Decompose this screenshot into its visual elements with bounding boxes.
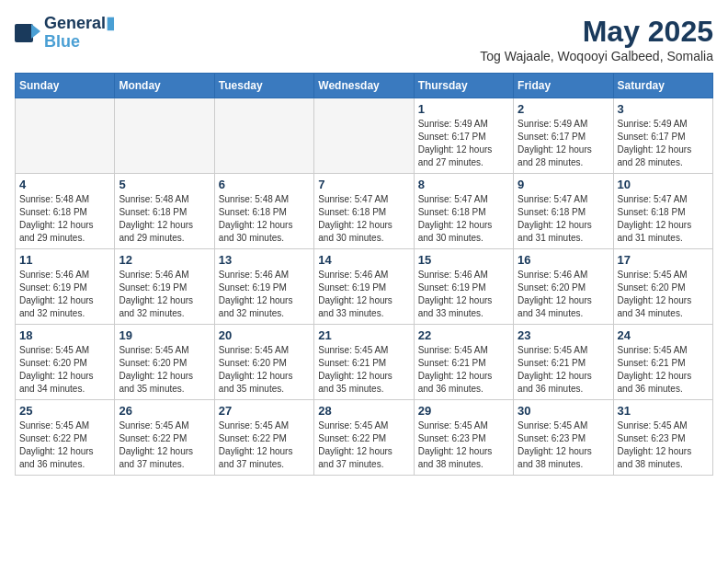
day-info: Sunrise: 5:46 AM Sunset: 6:19 PM Dayligh… — [318, 269, 409, 320]
calendar-cell: 6Sunrise: 5:48 AM Sunset: 6:18 PM Daylig… — [214, 174, 313, 249]
calendar-cell: 29Sunrise: 5:45 AM Sunset: 6:23 PM Dayli… — [414, 400, 513, 476]
day-number: 5 — [119, 178, 210, 191]
weekday-header-friday: Friday — [514, 74, 613, 98]
day-number: 18 — [19, 328, 110, 342]
page-header: General▮ Blue May 2025 Tog Wajaale, Woqo… — [15, 15, 713, 63]
day-number: 17 — [618, 253, 709, 267]
calendar-cell: 20Sunrise: 5:45 AM Sunset: 6:20 PM Dayli… — [214, 325, 313, 400]
calendar-cell: 22Sunrise: 5:45 AM Sunset: 6:21 PM Dayli… — [414, 325, 513, 400]
logo-text: General▮ Blue — [44, 15, 115, 52]
day-number: 3 — [618, 102, 709, 116]
day-number: 14 — [318, 253, 409, 267]
weekday-header-wednesday: Wednesday — [314, 74, 414, 98]
weekday-header-tuesday: Tuesday — [214, 74, 313, 98]
day-info: Sunrise: 5:48 AM Sunset: 6:18 PM Dayligh… — [119, 193, 210, 245]
day-number: 2 — [518, 102, 609, 116]
calendar-cell: 11Sunrise: 5:46 AM Sunset: 6:19 PM Dayli… — [16, 249, 115, 325]
day-info: Sunrise: 5:49 AM Sunset: 6:17 PM Dayligh… — [518, 118, 609, 169]
logo: General▮ Blue — [15, 15, 115, 52]
weekday-header-thursday: Thursday — [414, 74, 513, 98]
day-number: 6 — [219, 178, 310, 191]
day-info: Sunrise: 5:46 AM Sunset: 6:19 PM Dayligh… — [219, 269, 310, 320]
logo-icon — [15, 22, 40, 44]
day-number: 29 — [418, 404, 509, 418]
calendar-cell — [214, 98, 313, 174]
calendar-cell: 7Sunrise: 5:47 AM Sunset: 6:18 PM Daylig… — [314, 174, 414, 249]
svg-rect-0 — [15, 24, 33, 42]
day-info: Sunrise: 5:45 AM Sunset: 6:20 PM Dayligh… — [119, 344, 210, 396]
day-info: Sunrise: 5:46 AM Sunset: 6:20 PM Dayligh… — [518, 269, 609, 320]
calendar-cell: 10Sunrise: 5:47 AM Sunset: 6:18 PM Dayli… — [613, 174, 712, 249]
day-number: 1 — [418, 102, 509, 116]
day-number: 9 — [518, 178, 609, 191]
day-info: Sunrise: 5:47 AM Sunset: 6:18 PM Dayligh… — [418, 193, 509, 245]
calendar-cell: 28Sunrise: 5:45 AM Sunset: 6:22 PM Dayli… — [314, 400, 414, 476]
day-number: 4 — [19, 178, 110, 191]
day-info: Sunrise: 5:45 AM Sunset: 6:20 PM Dayligh… — [19, 344, 110, 396]
day-number: 13 — [219, 253, 310, 267]
title-block: May 2025 Tog Wajaale, Woqooyi Galbeed, S… — [480, 15, 713, 63]
day-info: Sunrise: 5:49 AM Sunset: 6:17 PM Dayligh… — [618, 118, 709, 169]
day-number: 8 — [418, 178, 509, 191]
day-number: 10 — [618, 178, 709, 191]
day-info: Sunrise: 5:46 AM Sunset: 6:19 PM Dayligh… — [418, 269, 509, 320]
calendar-cell: 9Sunrise: 5:47 AM Sunset: 6:18 PM Daylig… — [514, 174, 613, 249]
calendar-week-5: 25Sunrise: 5:45 AM Sunset: 6:22 PM Dayli… — [16, 400, 713, 476]
day-info: Sunrise: 5:48 AM Sunset: 6:18 PM Dayligh… — [19, 193, 110, 245]
calendar-week-1: 1Sunrise: 5:49 AM Sunset: 6:17 PM Daylig… — [16, 98, 713, 174]
calendar-cell: 25Sunrise: 5:45 AM Sunset: 6:22 PM Dayli… — [16, 400, 115, 476]
day-info: Sunrise: 5:45 AM Sunset: 6:20 PM Dayligh… — [219, 344, 310, 396]
day-number: 28 — [318, 404, 409, 418]
day-info: Sunrise: 5:45 AM Sunset: 6:22 PM Dayligh… — [19, 419, 110, 471]
day-info: Sunrise: 5:46 AM Sunset: 6:19 PM Dayligh… — [19, 269, 110, 320]
calendar-cell: 13Sunrise: 5:46 AM Sunset: 6:19 PM Dayli… — [214, 249, 313, 325]
day-number: 25 — [19, 404, 110, 418]
calendar-cell: 16Sunrise: 5:46 AM Sunset: 6:20 PM Dayli… — [514, 249, 613, 325]
day-info: Sunrise: 5:45 AM Sunset: 6:22 PM Dayligh… — [219, 419, 310, 471]
day-info: Sunrise: 5:47 AM Sunset: 6:18 PM Dayligh… — [318, 193, 409, 245]
day-info: Sunrise: 5:47 AM Sunset: 6:18 PM Dayligh… — [618, 193, 709, 245]
day-info: Sunrise: 5:49 AM Sunset: 6:17 PM Dayligh… — [418, 118, 509, 169]
calendar-cell: 21Sunrise: 5:45 AM Sunset: 6:21 PM Dayli… — [314, 325, 414, 400]
calendar-cell: 8Sunrise: 5:47 AM Sunset: 6:18 PM Daylig… — [414, 174, 513, 249]
day-number: 12 — [119, 253, 210, 267]
day-info: Sunrise: 5:45 AM Sunset: 6:22 PM Dayligh… — [318, 419, 409, 471]
calendar-cell: 2Sunrise: 5:49 AM Sunset: 6:17 PM Daylig… — [514, 98, 613, 174]
calendar-cell: 12Sunrise: 5:46 AM Sunset: 6:19 PM Dayli… — [115, 249, 214, 325]
day-info: Sunrise: 5:48 AM Sunset: 6:18 PM Dayligh… — [219, 193, 310, 245]
day-info: Sunrise: 5:45 AM Sunset: 6:22 PM Dayligh… — [119, 419, 210, 471]
day-number: 15 — [418, 253, 509, 267]
day-number: 26 — [119, 404, 210, 418]
day-number: 23 — [518, 328, 609, 342]
day-info: Sunrise: 5:45 AM Sunset: 6:23 PM Dayligh… — [518, 419, 609, 471]
day-number: 20 — [219, 328, 310, 342]
calendar-cell: 30Sunrise: 5:45 AM Sunset: 6:23 PM Dayli… — [514, 400, 613, 476]
svg-marker-1 — [31, 24, 40, 39]
day-number: 24 — [618, 328, 709, 342]
day-info: Sunrise: 5:45 AM Sunset: 6:21 PM Dayligh… — [418, 344, 509, 396]
day-number: 27 — [219, 404, 310, 418]
calendar-cell: 31Sunrise: 5:45 AM Sunset: 6:23 PM Dayli… — [613, 400, 712, 476]
day-number: 21 — [318, 328, 409, 342]
day-info: Sunrise: 5:45 AM Sunset: 6:21 PM Dayligh… — [518, 344, 609, 396]
calendar-week-3: 11Sunrise: 5:46 AM Sunset: 6:19 PM Dayli… — [16, 249, 713, 325]
calendar-cell: 17Sunrise: 5:45 AM Sunset: 6:20 PM Dayli… — [613, 249, 712, 325]
day-info: Sunrise: 5:47 AM Sunset: 6:18 PM Dayligh… — [518, 193, 609, 245]
calendar-cell — [16, 98, 115, 174]
calendar-cell: 26Sunrise: 5:45 AM Sunset: 6:22 PM Dayli… — [115, 400, 214, 476]
day-number: 11 — [19, 253, 110, 267]
day-info: Sunrise: 5:46 AM Sunset: 6:19 PM Dayligh… — [119, 269, 210, 320]
calendar-cell: 14Sunrise: 5:46 AM Sunset: 6:19 PM Dayli… — [314, 249, 414, 325]
calendar-cell: 23Sunrise: 5:45 AM Sunset: 6:21 PM Dayli… — [514, 325, 613, 400]
weekday-header-sunday: Sunday — [16, 74, 115, 98]
calendar-week-4: 18Sunrise: 5:45 AM Sunset: 6:20 PM Dayli… — [16, 325, 713, 400]
day-info: Sunrise: 5:45 AM Sunset: 6:21 PM Dayligh… — [618, 344, 709, 396]
calendar-cell — [115, 98, 214, 174]
day-number: 31 — [618, 404, 709, 418]
calendar-week-2: 4Sunrise: 5:48 AM Sunset: 6:18 PM Daylig… — [16, 174, 713, 249]
weekday-header-monday: Monday — [115, 74, 214, 98]
calendar-cell: 3Sunrise: 5:49 AM Sunset: 6:17 PM Daylig… — [613, 98, 712, 174]
location: Tog Wajaale, Woqooyi Galbeed, Somalia — [480, 49, 713, 63]
calendar-cell: 19Sunrise: 5:45 AM Sunset: 6:20 PM Dayli… — [115, 325, 214, 400]
weekday-header-row: SundayMondayTuesdayWednesdayThursdayFrid… — [16, 74, 713, 98]
